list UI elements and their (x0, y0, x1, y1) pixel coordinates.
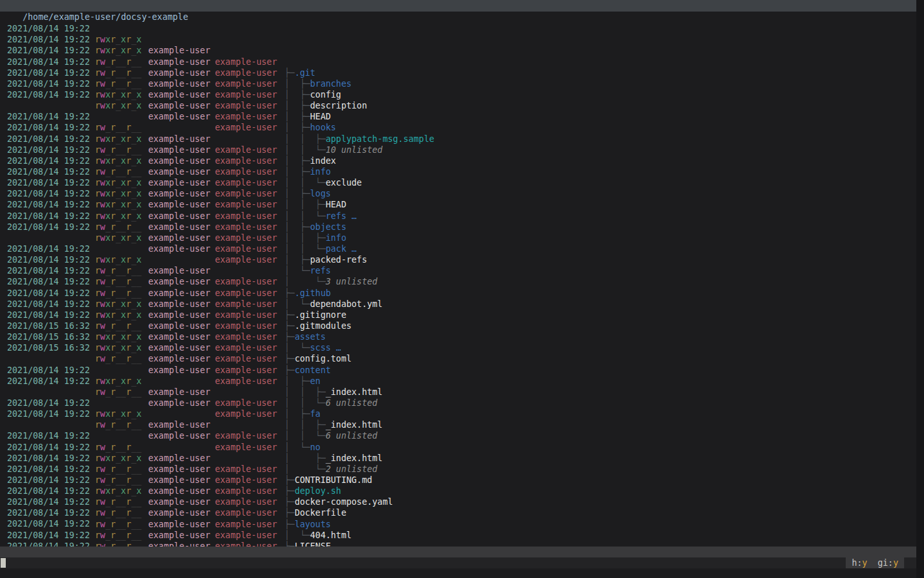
tree-row[interactable]: 2021/08/14 19:22 rw_r__r__ example-user … (0, 453, 916, 464)
tree-row[interactable]: 2021/08/15 16:32 rwxr_xr_x example-user … (0, 310, 916, 320)
tree-row[interactable]: 2021/08/14 19:22 rw_r__r__ example-user … (0, 45, 916, 56)
tree-row[interactable]: 2021/08/14 19:22 rw_r__r__ example-user … (0, 144, 916, 155)
broot-terminal-screen: /home/example-user/docsy-example 2021/08… (0, 0, 924, 578)
tree-row[interactable]: 2021/08/14 19:22 rw_r__r__ example-user … (0, 419, 916, 430)
tree-row[interactable]: 2021/08/14 19:22 rw_r__r__ example-user … (0, 243, 916, 254)
tree-row[interactable]: 2021/08/14 19:22 rwxr_xr_x example-user … (0, 23, 916, 34)
tree-row[interactable]: 2021/08/14 19:22 rw_r__r__ example-user … (0, 299, 916, 310)
tree-row[interactable]: 2021/08/14 19:22 rwxr_xr_x example-user … (0, 211, 916, 222)
tree-row[interactable]: 2021/08/14 19:22 rw_r__r__ example-user … (0, 398, 916, 408)
scrollbar-track[interactable] (916, 0, 924, 578)
mode-flags: h:y gi:y (846, 557, 904, 568)
tree-row[interactable]: 2021/08/14 19:22 rw_r__r__ example-user … (0, 57, 916, 67)
tree-row[interactable]: 2021/08/14 19:22 rwxr_xr_x example-user … (0, 276, 916, 287)
tree-row[interactable]: 2021/08/14 19:22 rw_r__r__ example-user … (0, 254, 916, 265)
tree-row[interactable]: 2021/08/14 19:22 rw_r__r__ example-user … (0, 199, 916, 210)
text-cursor (1, 558, 6, 568)
tree-row[interactable]: 2021/08/14 19:22 rw_r__r__ example-user … (0, 441, 916, 452)
tree-row[interactable]: 2021/08/14 19:22 rwxr_xr_x example-user … (0, 530, 916, 541)
status-bar: Hit esc to go back, enter to go up, ? fo… (0, 547, 916, 557)
tree-row[interactable]: 2021/08/14 19:22 rwxr_xr_x example-user … (0, 387, 916, 398)
tree-row[interactable]: 2021/08/15 16:32 rwxr_xr_x example-user … (0, 320, 916, 331)
tree-row[interactable]: 2021/08/14 19:22 rw_r__r__ example-user … (0, 265, 916, 276)
tree-row[interactable]: │ │ └─10 unlisted (0, 89, 916, 100)
tree-row[interactable]: 2021/08/14 19:22 rwxr_xr_x example-user … (0, 134, 916, 144)
tree-row[interactable]: 2021/08/14 19:22 rw_r__r__ example-user … (0, 122, 916, 133)
tree-row[interactable]: │ │ └─6 unlisted (0, 342, 916, 353)
tree-row[interactable]: 2021/08/14 19:22 rwxr_xr_x example-user … (0, 232, 916, 243)
tree-row[interactable]: 2021/08/14 19:22 rwxr_xr_x example-user … (0, 541, 916, 547)
tree-row[interactable]: 2021/08/14 19:22 rw_r__r__ example-user … (0, 475, 916, 486)
tree-row[interactable]: 2021/08/14 19:22 rwxr_xr_x example-user … (0, 111, 916, 122)
tree-row[interactable]: 2021/08/14 19:22 rwxr_xr_x example-user … (0, 155, 916, 166)
tree-row[interactable]: 2021/08/14 19:22 rw_r__r__ example-user … (0, 365, 916, 376)
tree-row[interactable]: 2021/08/15 16:32 rw_r__r__ example-user … (0, 331, 916, 342)
search-input[interactable]: h:y gi:y (0, 557, 916, 568)
tree-row[interactable]: 2021/08/14 19:22 rwxr_xr_x example-user … (0, 177, 916, 188)
tree-row[interactable]: │ └─3 unlisted (0, 222, 916, 232)
tree-row[interactable]: 2021/08/14 19:22 rwxr_xr_x example-user … (0, 166, 916, 177)
path-bar: /home/example-user/docsy-example (0, 0, 916, 12)
tree-row[interactable]: 2021/08/14 19:22 rw_r__r__ example-user … (0, 507, 916, 518)
tree-row[interactable]: 2021/08/14 19:22 rw_r__r__ example-user … (0, 34, 916, 45)
tree-row[interactable]: 2021/08/14 19:22 rw_r__r__ example-user … (0, 486, 916, 496)
tree-row[interactable]: 2021/08/14 19:22 rwxr_xr_x example-user … (0, 353, 916, 364)
tree-row[interactable]: │ └─2 unlisted (0, 408, 916, 419)
tree-row[interactable]: 2021/08/14 19:22 rwxr_xr_x example-user … (0, 464, 916, 475)
tree-row[interactable]: 2021/08/14 19:22 rwxr_xr_x example-user … (0, 67, 916, 78)
tree-row[interactable]: 2021/08/14 19:22 rwxr_xr_x example-user … (0, 78, 916, 89)
tree-row[interactable]: 2021/08/14 19:22 rw_r__r__ example-user … (0, 496, 916, 507)
tree-row[interactable]: 2021/08/14 19:22 rwxr_xr_x example-user … (0, 288, 916, 299)
file-tree-panel: 2021/08/14 19:22 rwxr_xr_x example-user … (0, 12, 916, 547)
tree-row[interactable]: │ │ └─6 unlisted (0, 376, 916, 387)
tree-row[interactable]: 2021/08/14 19:22 rwxr_xr_x example-user … (0, 430, 916, 441)
tree-row[interactable]: 2021/08/14 19:22 rw_r__r__ example-user … (0, 518, 916, 529)
tree-row[interactable]: 2021/08/14 19:22 rw_r__r__ example-user … (0, 100, 916, 111)
tree-row[interactable]: 2021/08/14 19:22 rwxr_xr_x example-user … (0, 188, 916, 199)
tree-row[interactable]: 2021/08/14 19:22 rwxr_xr_x example-user … (0, 12, 916, 23)
